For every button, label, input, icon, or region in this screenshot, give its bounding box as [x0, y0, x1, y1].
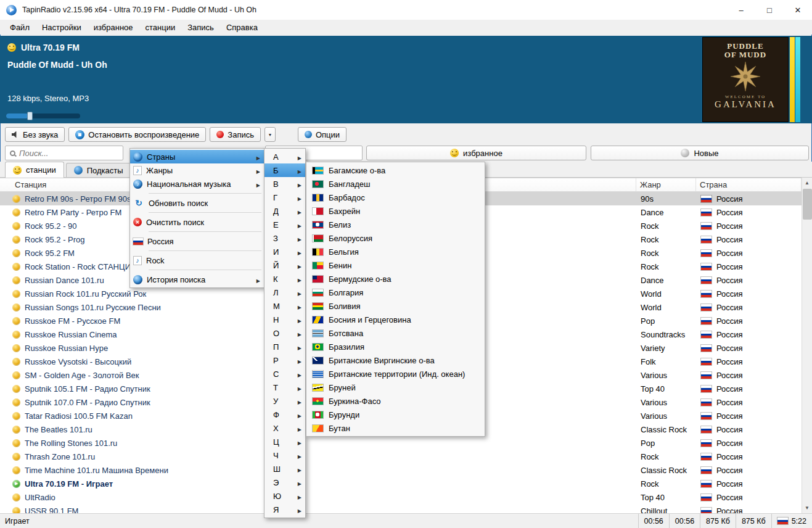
alphabet-item[interactable]: Е: [265, 218, 305, 231]
tab[interactable]: Подкасты: [66, 163, 131, 177]
country-menu-item[interactable]: Бутан: [306, 421, 485, 435]
context-menu-item[interactable]: Жанры: [130, 163, 264, 177]
country-menu-item[interactable]: Бенин: [306, 258, 485, 272]
submenu-arrow-icon: [295, 329, 301, 338]
alphabet-item[interactable]: Х: [265, 421, 305, 435]
country-menu-item[interactable]: Ботсвана: [306, 326, 485, 340]
context-menu-item[interactable]: [130, 191, 264, 196]
country-menu-item[interactable]: Бангладеш: [306, 177, 485, 191]
country-menu-item[interactable]: Британские Виргинские о-ва: [306, 353, 485, 367]
station-row[interactable]: UltRadio Top 40 Россия: [0, 490, 802, 504]
alphabet-item[interactable]: Р: [265, 353, 305, 367]
header-country[interactable]: Страна: [696, 178, 802, 191]
search-box[interactable]: [5, 146, 123, 160]
alphabet-item[interactable]: С: [265, 367, 305, 381]
context-menu-item[interactable]: Rock: [130, 254, 264, 267]
alphabet-item[interactable]: Ф: [265, 408, 305, 421]
favorites-button[interactable]: избранное: [366, 146, 586, 160]
context-menu-item[interactable]: Национальная музыка: [130, 177, 264, 191]
status-cell: 00:56: [638, 514, 669, 528]
country-menu-item[interactable]: Бруней: [306, 381, 485, 394]
menu-bar-item[interactable]: Файл: [4, 21, 36, 34]
alphabet-item[interactable]: А: [265, 150, 305, 163]
country-menu-item[interactable]: Белоруссия: [306, 231, 485, 245]
alphabet-item[interactable]: О: [265, 326, 305, 340]
country-menu-item[interactable]: Бразилия: [306, 340, 485, 353]
close-button[interactable]: ✕: [784, 0, 812, 20]
record-dropdown-button[interactable]: ▼: [265, 127, 276, 142]
alphabet-item[interactable]: В: [265, 177, 305, 191]
country-menu-item[interactable]: Багамские о-ва: [306, 163, 485, 177]
country-menu-item[interactable]: Буркина-Фасо: [306, 394, 485, 408]
alphabet-item[interactable]: П: [265, 340, 305, 353]
station-name: Thrash Zone 101.ru: [25, 452, 95, 461]
alphabet-item[interactable]: Й: [265, 258, 305, 272]
tab[interactable]: станции: [5, 162, 64, 178]
vertical-scrollbar[interactable]: ▲ ▼: [802, 178, 812, 513]
station-row[interactable]: The Rolling Stones 101.ru Pop Россия: [0, 436, 802, 450]
alphabet-item[interactable]: Т: [265, 381, 305, 394]
context-menu-item[interactable]: [130, 248, 264, 254]
maximize-button[interactable]: □: [755, 0, 784, 20]
context-menu-item[interactable]: История поиска: [130, 273, 264, 286]
menu-bar-item[interactable]: станции: [139, 21, 182, 34]
alphabet-item[interactable]: У: [265, 394, 305, 408]
context-menu-item[interactable]: Россия: [130, 234, 264, 248]
country-menu-item[interactable]: Бурунди: [306, 408, 485, 421]
alphabet-item[interactable]: Ч: [265, 448, 305, 462]
alphabet-item[interactable]: К: [265, 272, 305, 286]
alphabet-item[interactable]: Б: [265, 163, 305, 177]
menu-bar-item[interactable]: избранное: [88, 21, 139, 34]
alphabet-item[interactable]: Э: [265, 476, 305, 489]
alphabet-item[interactable]: М: [265, 299, 305, 313]
context-menu-item[interactable]: Страны: [130, 150, 264, 163]
alphabet-item[interactable]: И: [265, 245, 305, 258]
volume-thumb[interactable]: [27, 112, 33, 120]
country-flag-icon: [701, 494, 712, 501]
country-menu-label: Бурунди: [329, 410, 359, 419]
station-row[interactable]: USSR 90.1 FM Chillout Россия: [0, 504, 802, 513]
new-stations-button[interactable]: Новые: [591, 146, 809, 160]
country-menu-item[interactable]: Бахрейн: [306, 204, 485, 218]
alphabet-item[interactable]: З: [265, 231, 305, 245]
alphabet-item[interactable]: Ю: [265, 489, 305, 503]
alphabet-item[interactable]: Г: [265, 191, 305, 204]
context-menu-item[interactable]: [130, 267, 264, 273]
options-button[interactable]: Опции: [298, 127, 347, 142]
alphabet-item[interactable]: Ш: [265, 462, 305, 476]
volume-slider[interactable]: [6, 113, 80, 118]
scrollbar-thumb[interactable]: [803, 189, 812, 220]
menu-bar-item[interactable]: Настройки: [36, 21, 88, 34]
minimize-button[interactable]: –: [727, 0, 755, 20]
country-menu-item[interactable]: Босния и Герцеговина: [306, 313, 485, 326]
scroll-down-button[interactable]: ▼: [802, 503, 812, 513]
country-menu-item[interactable]: Бермудские о-ва: [306, 272, 485, 286]
record-button[interactable]: Запись: [210, 127, 261, 142]
scroll-up-button[interactable]: ▲: [802, 178, 812, 188]
alphabet-item[interactable]: Н: [265, 313, 305, 326]
country-menu-item[interactable]: Болгария: [306, 286, 485, 299]
menu-bar-item[interactable]: Справка: [220, 21, 264, 34]
search-input[interactable]: [19, 149, 112, 158]
country-flag-icon: [313, 411, 323, 418]
menu-bar-item[interactable]: Запись: [181, 21, 220, 34]
alphabet-item[interactable]: Я: [265, 503, 305, 516]
station-row[interactable]: Time Machine 101.ru Машина Времени Class…: [0, 463, 802, 477]
station-row[interactable]: Ultra 70.19 FM - Играет Rock Россия: [0, 477, 802, 490]
mute-button[interactable]: Без звука: [5, 127, 65, 142]
alphabet-item[interactable]: Л: [265, 286, 305, 299]
stop-button[interactable]: Остановить воспроизведение: [68, 127, 206, 142]
country-menu-item[interactable]: Белиз: [306, 218, 485, 231]
alphabet-item[interactable]: Ц: [265, 435, 305, 448]
header-genre[interactable]: Жанр: [636, 178, 696, 191]
country-menu-item[interactable]: Боливия: [306, 299, 485, 313]
context-menu-item[interactable]: [130, 210, 264, 215]
country-menu-item[interactable]: Бельгия: [306, 245, 485, 258]
context-menu-item[interactable]: Очистить поиск: [130, 215, 264, 229]
station-row[interactable]: Thrash Zone 101.ru Rock Россия: [0, 450, 802, 463]
country-menu-item[interactable]: Британские территории (Инд. океан): [306, 367, 485, 381]
country-menu-item[interactable]: Барбадос: [306, 191, 485, 204]
alphabet-item[interactable]: Д: [265, 204, 305, 218]
context-menu-item[interactable]: [130, 229, 264, 234]
context-menu-item[interactable]: Обновить поиск: [130, 196, 264, 210]
